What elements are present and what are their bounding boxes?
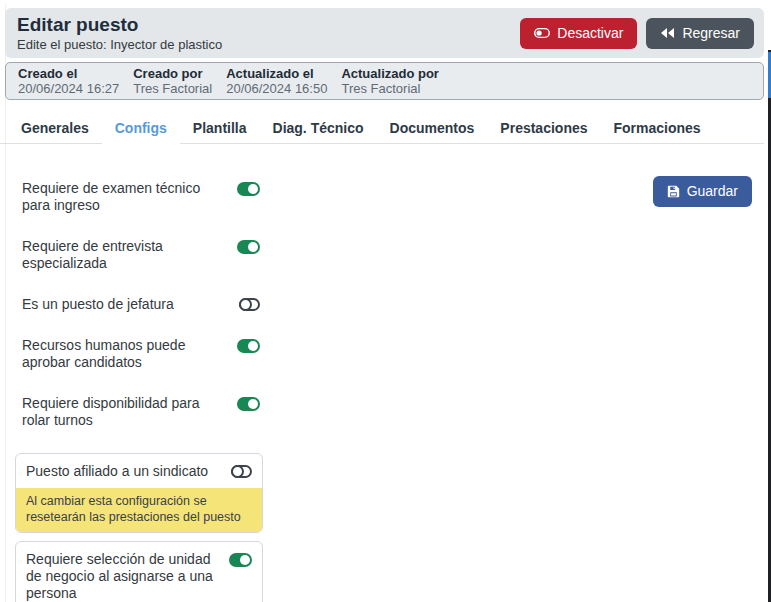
toggle-card: Puesto afiliado a un sindicato Al cambia… [15, 453, 263, 533]
deactivate-label: Desactivar [557, 18, 623, 49]
toggle-switch-on[interactable] [237, 339, 260, 353]
tab-prestaciones[interactable]: Prestaciones [487, 112, 600, 144]
page-header-titles: Editar puesto Edite el puesto: Inyector … [17, 14, 222, 53]
back-button[interactable]: Regresar [646, 18, 754, 49]
meta-item: Creado por Tres Factorial [133, 67, 212, 95]
meta-value: Tres Factorial [341, 81, 439, 96]
rewind-icon [660, 27, 675, 39]
toggle-label: Recursos humanos puede aprobar candidato… [22, 337, 227, 371]
toggle-label: Requiere disponibilidad para rolar turno… [22, 395, 227, 429]
page-title: Editar puesto [17, 14, 222, 36]
toggle-list: Requiere de examen técnico para ingreso … [15, 143, 265, 602]
meta-label: Actualizado por [341, 66, 439, 81]
toggle-switch-off[interactable] [239, 298, 260, 311]
toggle-row: Requiere de examen técnico para ingreso [22, 180, 260, 214]
toggle-label: Requiere de entrevista especializada [22, 238, 227, 272]
tab-formaciones[interactable]: Formaciones [601, 112, 714, 144]
toggle-switch-on[interactable] [237, 182, 260, 196]
header-buttons: Desactivar Regresar [520, 18, 754, 49]
meta-label: Creado por [133, 66, 212, 81]
toggle-row: Es un puesto de jefatura [22, 296, 260, 313]
save-label: Guardar [687, 176, 738, 207]
tab-plantilla[interactable]: Plantilla [180, 112, 260, 144]
tab-generales[interactable]: Generales [8, 112, 102, 144]
toggle-switch-on[interactable] [237, 240, 260, 254]
tab-bar: GeneralesConfigsPlantillaDiag. TécnicoDo… [0, 112, 764, 144]
save-button[interactable]: Guardar [653, 176, 752, 207]
toggle-label: Requiere de examen técnico para ingreso [22, 180, 227, 214]
meta-item: Actualizado por Tres Factorial [341, 67, 439, 95]
meta-label: Actualizado el [226, 66, 327, 81]
meta-value: Tres Factorial [133, 81, 212, 96]
meta-item: Creado el 20/06/2024 16:27 [18, 67, 119, 95]
toggle-switch-off[interactable] [231, 465, 252, 478]
meta-value: 20/06/2024 16:50 [226, 81, 327, 96]
toggle-warning: Al cambiar esta configuración se resetea… [16, 488, 262, 532]
meta-label: Creado el [18, 66, 119, 81]
toggle-row: Requiere selección de unidad de negocio … [16, 542, 262, 602]
toggle-row: Recursos humanos puede aprobar candidato… [22, 337, 260, 371]
toggle-row: Requiere disponibilidad para rolar turno… [22, 395, 260, 429]
page-subtitle: Edite el puesto: Inyector de plastico [17, 36, 222, 53]
toggle-label: Requiere selección de unidad de negocio … [26, 551, 229, 602]
meta-value: 20/06/2024 16:27 [18, 81, 119, 96]
toggle-switch-on[interactable] [237, 397, 260, 411]
toggle-off-icon [534, 27, 550, 39]
toggle-switch-on[interactable] [229, 553, 252, 567]
back-label: Regresar [682, 18, 740, 49]
toggle-label: Puesto afiliado a un sindicato [26, 463, 208, 480]
page-header: Editar puesto Edite el puesto: Inyector … [5, 8, 764, 58]
toggle-row: Puesto afiliado a un sindicato [16, 454, 262, 488]
toggle-card: Requiere selección de unidad de negocio … [15, 541, 263, 602]
deactivate-button[interactable]: Desactivar [520, 18, 637, 49]
meta-item: Actualizado el 20/06/2024 16:50 [226, 67, 327, 95]
tab-documentos[interactable]: Documentos [377, 112, 488, 144]
tab-configs[interactable]: Configs [102, 112, 180, 144]
toggle-row: Requiere de entrevista especializada [22, 238, 260, 272]
toggle-label: Es un puesto de jefatura [22, 296, 174, 313]
metadata-bar: Creado el 20/06/2024 16:27 Creado por Tr… [5, 62, 764, 100]
save-icon [667, 185, 680, 198]
tab-diag-t-cnico[interactable]: Diag. Técnico [260, 112, 377, 144]
